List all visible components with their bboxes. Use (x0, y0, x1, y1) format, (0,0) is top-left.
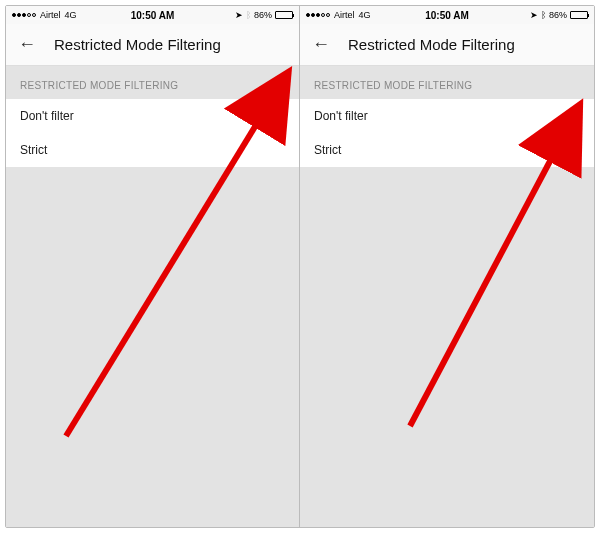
status-left: Airtel 4G (306, 10, 371, 20)
screenshot-right: Airtel 4G 10:50 AM ➤ ᛒ 86% ← Restricted … (300, 6, 594, 527)
bluetooth-icon: ᛒ (246, 10, 251, 20)
option-label: Don't filter (20, 109, 74, 123)
location-icon: ➤ (235, 10, 243, 20)
carrier-label: Airtel (40, 10, 61, 20)
status-right: ➤ ᛒ 86% (235, 10, 293, 20)
location-icon: ➤ (530, 10, 538, 20)
page-title: Restricted Mode Filtering (54, 36, 221, 53)
battery-pct: 86% (254, 10, 272, 20)
signal-dots-icon (12, 13, 36, 17)
app-header: ← Restricted Mode Filtering (300, 24, 594, 66)
battery-icon (275, 11, 293, 19)
signal-dots-icon (306, 13, 330, 17)
back-arrow-icon[interactable]: ← (312, 34, 330, 55)
check-icon: ✓ (568, 142, 580, 158)
page-title: Restricted Mode Filtering (348, 36, 515, 53)
option-label: Strict (314, 143, 341, 157)
option-dont-filter[interactable]: Don't filter ✓ (6, 99, 299, 133)
svg-line-1 (410, 146, 558, 426)
section-header: RESTRICTED MODE FILTERING (6, 66, 299, 99)
option-label: Don't filter (314, 109, 368, 123)
status-bar: Airtel 4G 10:50 AM ➤ ᛒ 86% (6, 6, 299, 24)
check-icon: ✓ (273, 108, 285, 124)
network-label: 4G (65, 10, 77, 20)
bluetooth-icon: ᛒ (541, 10, 546, 20)
status-right: ➤ ᛒ 86% (530, 10, 588, 20)
option-label: Strict (20, 143, 47, 157)
clock: 10:50 AM (131, 10, 175, 21)
options-list: Don't filter Strict ✓ (300, 99, 594, 167)
battery-icon (570, 11, 588, 19)
status-left: Airtel 4G (12, 10, 77, 20)
app-header: ← Restricted Mode Filtering (6, 24, 299, 66)
options-list: Don't filter ✓ Strict (6, 99, 299, 167)
clock: 10:50 AM (425, 10, 469, 21)
back-arrow-icon[interactable]: ← (18, 34, 36, 55)
option-strict[interactable]: Strict (6, 133, 299, 167)
option-strict[interactable]: Strict ✓ (300, 133, 594, 167)
carrier-label: Airtel (334, 10, 355, 20)
network-label: 4G (359, 10, 371, 20)
option-dont-filter[interactable]: Don't filter (300, 99, 594, 133)
status-bar: Airtel 4G 10:50 AM ➤ ᛒ 86% (300, 6, 594, 24)
section-header: RESTRICTED MODE FILTERING (300, 66, 594, 99)
screenshot-left: Airtel 4G 10:50 AM ➤ ᛒ 86% ← Restricted … (6, 6, 300, 527)
battery-pct: 86% (549, 10, 567, 20)
